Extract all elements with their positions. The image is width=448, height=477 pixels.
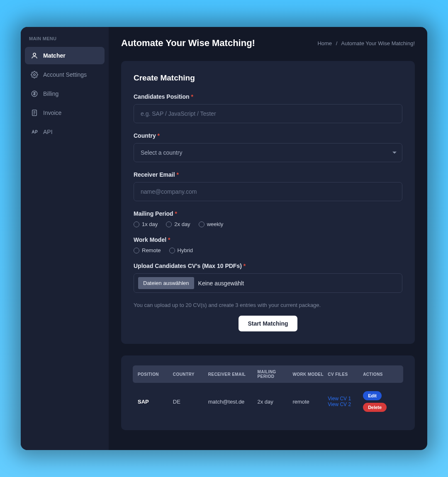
cell-cv-links: View CV 1 View CV 2 <box>328 396 363 407</box>
work-group: Work Model * Remote Hybrid <box>134 236 402 253</box>
sidebar: MAIN MENU Matcher Account Settings Billi… <box>21 27 109 450</box>
sidebar-item-label: Account Settings <box>43 71 87 78</box>
upload-hint: You can upload up to 20 CV(s) and create… <box>134 302 402 308</box>
app-frame: MAIN MENU Matcher Account Settings Billi… <box>21 27 427 450</box>
gear-icon <box>31 71 38 78</box>
svg-point-0 <box>33 53 36 56</box>
cell-actions: Edit Delete <box>363 391 398 412</box>
th-position: POSITION <box>138 372 173 377</box>
dollar-icon <box>31 90 38 97</box>
delete-button[interactable]: Delete <box>363 403 387 412</box>
user-icon <box>31 52 38 59</box>
breadcrumb-current: Automate Your Wise Matching! <box>341 40 415 46</box>
file-input-row: Dateien auswählen Keine ausgewählt <box>134 273 402 293</box>
table-row: SAP DE match@test.de 2x day remote View … <box>133 383 403 420</box>
mailing-group: Mailing Period * 1x day 2x day weekly <box>134 210 402 227</box>
edit-button[interactable]: Edit <box>363 391 382 400</box>
position-input[interactable] <box>134 104 402 123</box>
sidebar-item-label: Invoice <box>43 110 61 116</box>
sidebar-item-label: Billing <box>43 90 58 97</box>
mailing-option-weekly[interactable]: weekly <box>199 221 224 227</box>
sidebar-item-label: Matcher <box>43 52 66 59</box>
sidebar-item-label: API <box>43 129 53 135</box>
position-label: Candidates Position * <box>134 93 402 100</box>
sidebar-title: MAIN MENU <box>25 36 105 41</box>
table-header-row: POSITION COUNTRY RECEIVER EMAIL MAILING … <box>133 365 403 383</box>
radio-icon <box>134 248 139 253</box>
country-label: Country * <box>134 132 402 139</box>
breadcrumb-separator: / <box>336 40 338 46</box>
cell-mailing: 2x day <box>258 399 293 405</box>
sidebar-item-api[interactable]: API <box>25 123 105 141</box>
email-label: Receiver Email * <box>134 171 402 178</box>
matchings-table-card: POSITION COUNTRY RECEIVER EMAIL MAILING … <box>121 355 415 430</box>
card-title: Create Matching <box>134 73 402 83</box>
th-cv: CV FILES <box>328 372 363 377</box>
radio-icon <box>199 221 205 227</box>
sidebar-item-account-settings[interactable]: Account Settings <box>25 66 105 83</box>
file-status-text: Keine ausgewählt <box>198 280 244 287</box>
breadcrumb: Home / Automate Your Wise Matching! <box>317 40 415 46</box>
page-title: Automate Your Wise Matching! <box>121 38 255 49</box>
cell-email: match@test.de <box>208 399 258 405</box>
breadcrumb-home[interactable]: Home <box>317 40 332 46</box>
sidebar-item-billing[interactable]: Billing <box>25 85 105 102</box>
email-group: Receiver Email * <box>134 171 402 201</box>
svg-point-1 <box>34 74 36 76</box>
upload-label: Upload Candidates CV's (Max 10 PDFs) * <box>134 263 402 269</box>
radio-icon <box>169 248 175 253</box>
th-country: COUNTRY <box>173 372 208 377</box>
cell-country: DE <box>173 399 208 405</box>
file-select-button[interactable]: Dateien auswählen <box>138 277 194 289</box>
sidebar-item-matcher[interactable]: Matcher <box>25 47 105 64</box>
work-option-remote[interactable]: Remote <box>134 247 161 253</box>
country-group: Country * Select a country <box>134 132 402 162</box>
cell-work: remote <box>292 399 328 405</box>
api-icon <box>31 128 38 136</box>
main-content: Automate Your Wise Matching! Home / Auto… <box>109 27 427 450</box>
email-input[interactable] <box>134 182 402 201</box>
work-option-hybrid[interactable]: Hybrid <box>169 247 193 253</box>
work-label: Work Model * <box>134 236 402 243</box>
upload-group: Upload Candidates CV's (Max 10 PDFs) * D… <box>134 263 402 293</box>
sidebar-item-invoice[interactable]: Invoice <box>25 104 105 122</box>
mailing-option-1x[interactable]: 1x day <box>134 221 158 227</box>
cell-position: SAP <box>138 399 173 405</box>
mailing-option-2x[interactable]: 2x day <box>166 221 190 227</box>
cv-link-1[interactable]: View CV 1 <box>328 396 363 402</box>
matchings-table: POSITION COUNTRY RECEIVER EMAIL MAILING … <box>133 365 403 420</box>
radio-icon <box>166 221 172 227</box>
th-work: WORK MODEL <box>292 372 328 377</box>
th-email: RECEIVER EMAIL <box>208 372 258 377</box>
create-matching-card: Create Matching Candidates Position * Co… <box>121 61 415 344</box>
th-actions: ACTIONS <box>363 372 398 377</box>
th-mailing: MAILING PERIOD <box>258 370 293 379</box>
cv-link-2[interactable]: View CV 2 <box>328 402 363 407</box>
document-icon <box>31 109 38 117</box>
main-header: Automate Your Wise Matching! Home / Auto… <box>121 38 415 49</box>
radio-icon <box>134 221 139 227</box>
position-group: Candidates Position * <box>134 93 402 123</box>
start-matching-button[interactable]: Start Matching <box>239 316 297 331</box>
mailing-label: Mailing Period * <box>134 210 402 217</box>
country-select[interactable]: Select a country <box>134 143 402 162</box>
